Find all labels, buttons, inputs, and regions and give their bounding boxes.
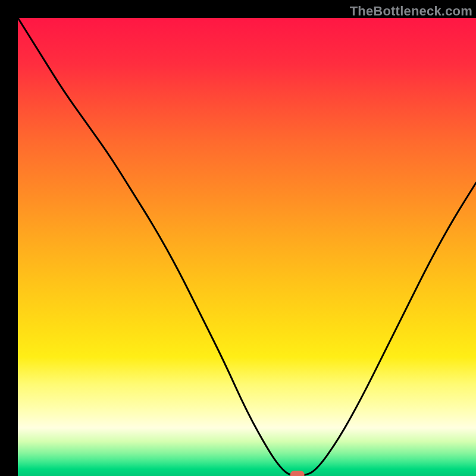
watermark-label: TheBottleneck.com — [350, 4, 472, 19]
chart-frame: TheBottleneck.com — [0, 0, 476, 476]
optimum-marker — [290, 471, 305, 476]
chart-svg — [18, 18, 476, 476]
bottleneck-curve — [18, 18, 476, 476]
plot-area — [18, 18, 476, 476]
